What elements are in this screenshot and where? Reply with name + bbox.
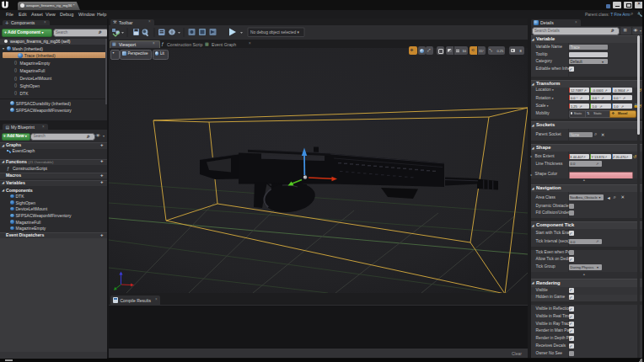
svg-text:No debug object selected ▾: No debug object selected ▾ xyxy=(250,30,299,35)
